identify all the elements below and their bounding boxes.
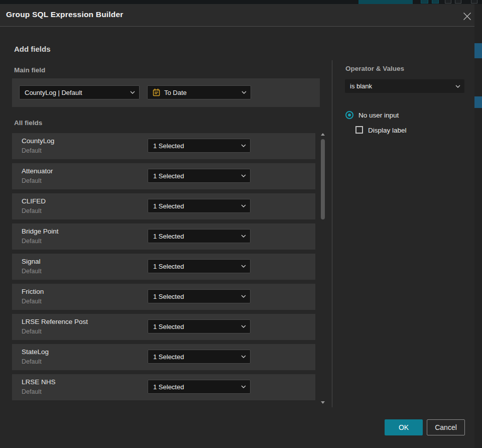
field-row: LRSE Reference Post Default 1 Selected — [12, 314, 315, 340]
field-subtitle: Default — [22, 328, 42, 335]
panel-divider — [332, 60, 332, 407]
field-row: Attenuator Default 1 Selected — [12, 163, 315, 189]
scrollbar-thumb[interactable] — [321, 139, 325, 219]
field-selected-dropdown[interactable]: 1 Selected — [148, 380, 251, 394]
live-view-label: Live view — [377, 0, 400, 1]
field-name: LRSE NHS — [22, 378, 56, 386]
field-subtitle: Default — [22, 147, 42, 154]
dropdown-value: 1 Selected — [153, 263, 184, 270]
chevron-down-icon — [455, 85, 460, 88]
field-row: StateLog Default 1 Selected — [12, 344, 315, 370]
dropdown-value: is blank — [350, 82, 372, 90]
chevron-down-icon — [242, 91, 247, 94]
field-name: LRSE Reference Post — [22, 318, 88, 325]
field-name: StateLog — [22, 348, 49, 356]
field-name: Attenuator — [22, 167, 53, 175]
chevron-down-icon — [241, 204, 246, 207]
background-fragment — [474, 43, 482, 58]
screen: Live view Group SQL Expression Builder A… — [0, 0, 482, 448]
field-selected-dropdown[interactable]: 1 Selected — [148, 199, 251, 213]
chevron-down-icon — [241, 235, 246, 238]
background-app-side — [474, 4, 482, 448]
display-label-label: Display label — [368, 127, 407, 134]
field-row: CLIFED Default 1 Selected — [12, 193, 315, 219]
field-name: Bridge Point — [22, 228, 59, 235]
field-selected-dropdown[interactable]: 1 Selected — [148, 319, 251, 333]
toolbar-button-fragment[interactable] — [432, 0, 439, 4]
all-fields-heading: All fields — [14, 119, 42, 127]
field-name: CLIFED — [22, 197, 46, 205]
field-selected-dropdown[interactable]: 1 Selected — [148, 229, 251, 243]
field-selected-dropdown[interactable]: 1 Selected — [148, 169, 251, 183]
toolbar-button-fragment[interactable] — [421, 0, 428, 4]
field-name: CountyLog — [22, 137, 54, 145]
toolbar-button-fragment[interactable] — [445, 0, 451, 4]
no-user-input-radio[interactable] — [345, 111, 353, 119]
dropdown-value: 1 Selected — [153, 202, 184, 210]
field-subtitle: Default — [22, 268, 42, 275]
field-subtitle: Default — [22, 207, 42, 214]
dropdown-value: 1 Selected — [153, 353, 184, 361]
add-fields-heading: Add fields — [14, 45, 51, 53]
dialog-title: Group SQL Expression Builder — [6, 10, 124, 19]
field-row: Bridge Point Default 1 Selected — [12, 223, 315, 250]
chevron-down-icon — [241, 295, 246, 298]
field-selected-dropdown[interactable]: 1 Selected — [148, 259, 251, 273]
main-field-type-dropdown[interactable]: To Date — [147, 85, 251, 99]
dropdown-value: CountyLog | Default — [25, 89, 82, 96]
scrollbar-up-arrow[interactable] — [321, 133, 325, 136]
ok-button[interactable]: OK — [385, 419, 423, 435]
field-subtitle: Default — [22, 358, 42, 365]
field-row: Signal Default 1 Selected — [12, 254, 315, 280]
operator-values-heading: Operator & Values — [345, 65, 404, 72]
main-field-container: CountyLog | Default To Date — [12, 78, 320, 107]
main-field-heading: Main field — [14, 66, 45, 74]
group-sql-expression-builder-dialog: Group SQL Expression Builder Add fields … — [0, 4, 474, 448]
dropdown-value: 1 Selected — [153, 142, 184, 150]
chevron-down-icon — [241, 325, 246, 328]
field-row: Friction Default 1 Selected — [12, 284, 315, 310]
background-fragment — [474, 96, 482, 108]
dialog-header: Group SQL Expression Builder — [0, 4, 474, 27]
calendar-date-icon — [152, 88, 161, 97]
chevron-down-icon — [130, 91, 135, 94]
field-name: Friction — [22, 288, 44, 295]
field-subtitle: Default — [22, 177, 42, 184]
field-subtitle: Default — [22, 388, 42, 395]
dropdown-value: To Date — [164, 89, 187, 96]
chevron-down-icon — [241, 355, 246, 358]
field-row: LRSE NHS Default 1 Selected — [12, 374, 315, 400]
field-subtitle: Default — [22, 238, 42, 245]
field-selected-dropdown[interactable]: 1 Selected — [148, 289, 251, 303]
dropdown-value: 1 Selected — [153, 383, 184, 391]
toolbar-button-fragment[interactable] — [455, 0, 461, 4]
live-view-button[interactable]: Live view — [358, 0, 413, 4]
no-user-input-label: No user input — [358, 111, 399, 119]
cancel-button[interactable]: Cancel — [427, 419, 465, 435]
dropdown-value: 1 Selected — [153, 323, 184, 330]
chevron-down-icon — [241, 265, 246, 268]
field-selected-dropdown[interactable]: 1 Selected — [148, 350, 251, 364]
toolbar-button-fragment[interactable] — [471, 0, 477, 4]
dropdown-value: 1 Selected — [153, 293, 184, 300]
chevron-down-icon — [241, 144, 246, 147]
dropdown-value: 1 Selected — [153, 233, 184, 240]
scrollbar-down-arrow[interactable] — [321, 401, 325, 404]
chevron-down-icon — [241, 385, 246, 388]
display-label-checkbox[interactable] — [355, 126, 363, 134]
chevron-down-icon — [241, 174, 246, 177]
background-app-topbar: Live view — [0, 0, 482, 4]
operator-dropdown[interactable]: is blank — [345, 79, 464, 93]
main-field-dropdown[interactable]: CountyLog | Default — [19, 85, 140, 99]
field-selected-dropdown[interactable]: 1 Selected — [148, 139, 251, 153]
dropdown-value: 1 Selected — [153, 172, 184, 180]
close-icon[interactable] — [460, 10, 474, 23]
field-name: Signal — [22, 258, 41, 265]
field-subtitle: Default — [22, 298, 42, 305]
field-row: CountyLog Default 1 Selected — [12, 133, 315, 159]
